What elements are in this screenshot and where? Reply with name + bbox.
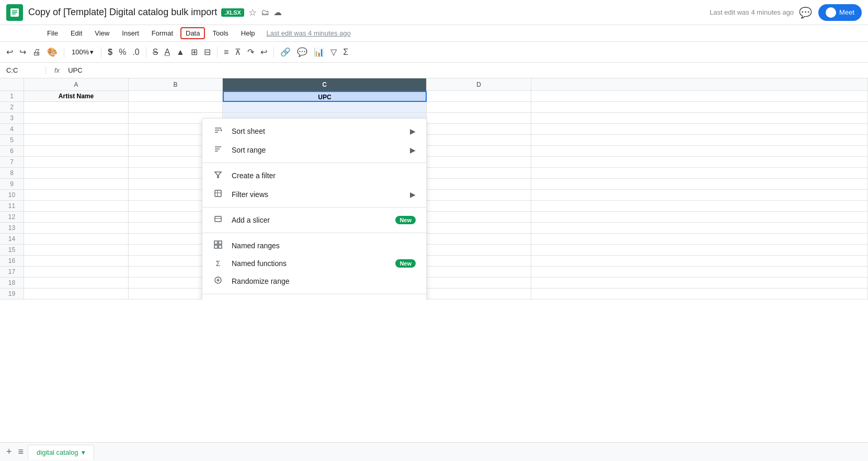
menu-item-filter-views[interactable]: Filter views ▶	[202, 185, 426, 204]
active-sheet-tab[interactable]: digital catalog ▾	[28, 445, 94, 459]
cell-a4[interactable]	[24, 124, 129, 135]
zoom-button[interactable]: 100% ▾	[68, 47, 97, 57]
menu-file[interactable]: File	[42, 27, 63, 39]
menu-item-create-filter[interactable]: Create a filter	[202, 166, 426, 185]
undo-icon[interactable]: ↩	[4, 45, 15, 59]
cell-a16[interactable]	[24, 256, 129, 267]
cloud-icon[interactable]: ☁	[273, 7, 282, 17]
function-icon[interactable]: Σ	[341, 45, 350, 59]
print-icon[interactable]: 🖨	[30, 45, 43, 59]
chart-icon[interactable]: 📊	[312, 45, 326, 59]
cell-a9[interactable]	[24, 179, 129, 190]
h-align-icon[interactable]: ≡	[222, 45, 231, 59]
cell-c1[interactable]: UPC	[223, 91, 427, 102]
cell-a3[interactable]	[24, 113, 129, 124]
cell-a6[interactable]	[24, 146, 129, 157]
menu-edit[interactable]: Edit	[65, 27, 87, 39]
cell-d1[interactable]	[427, 91, 531, 102]
cell-d17[interactable]	[427, 267, 531, 278]
text-color-icon[interactable]: A	[162, 45, 172, 59]
percent-icon[interactable]: %	[117, 45, 128, 59]
menu-item-named-ranges[interactable]: Named ranges	[202, 236, 426, 255]
decimal-icon[interactable]: .0	[130, 45, 141, 59]
toolbar-sep-5	[273, 47, 274, 57]
table-row: 16	[0, 256, 868, 267]
menu-item-sort-sheet[interactable]: Sort sheet ▶	[202, 122, 426, 141]
cell-a8[interactable]	[24, 168, 129, 179]
cell-d3[interactable]	[427, 113, 531, 124]
cell-a17[interactable]	[24, 267, 129, 278]
cell-a7[interactable]	[24, 157, 129, 168]
cell-d4[interactable]	[427, 124, 531, 135]
cell-a1[interactable]: Artist Name	[24, 91, 129, 102]
cell-d12[interactable]	[427, 212, 531, 223]
menu-data[interactable]: Data	[180, 27, 205, 39]
table-row: 1 Artist Name UPC	[0, 91, 868, 102]
cell-reference-input[interactable]	[4, 66, 46, 74]
menu-format[interactable]: Format	[146, 27, 178, 39]
cell-a10[interactable]	[24, 190, 129, 201]
menu-item-randomize-range[interactable]: Randomize range	[202, 272, 426, 291]
merge-icon[interactable]: ⊟	[202, 45, 213, 59]
cell-d2[interactable]	[427, 102, 531, 113]
cell-a13[interactable]	[24, 223, 129, 234]
table-row: 14	[0, 234, 868, 245]
cell-a19[interactable]	[24, 289, 129, 299]
cell-b1[interactable]	[129, 91, 223, 102]
cell-d6[interactable]	[427, 146, 531, 157]
insert-comment-icon[interactable]: 💬	[295, 45, 310, 59]
add-sheet-button[interactable]: +	[4, 444, 14, 459]
svg-rect-1	[12, 10, 17, 11]
cell-a5[interactable]	[24, 135, 129, 146]
borders-icon[interactable]: ⊞	[189, 45, 200, 59]
wrap-icon[interactable]: ↩	[258, 45, 269, 59]
cell-d7[interactable]	[427, 157, 531, 168]
cell-a12[interactable]	[24, 212, 129, 223]
menu-view[interactable]: View	[89, 27, 115, 39]
cell-d13[interactable]	[427, 223, 531, 234]
meet-button[interactable]: ▶ Meet	[818, 4, 862, 21]
strikethrough-icon[interactable]: S	[151, 45, 161, 59]
col-header-b[interactable]: B	[129, 78, 223, 91]
cell-d10[interactable]	[427, 190, 531, 201]
col-header-c[interactable]: C	[223, 78, 427, 91]
menu-item-sort-range[interactable]: Sort range ▶	[202, 141, 426, 159]
menu-item-named-functions[interactable]: Σ Named functions New	[202, 255, 426, 272]
cell-d19[interactable]	[427, 289, 531, 299]
add-slicer-badge: New	[395, 216, 416, 224]
filter-icon[interactable]: ▽	[328, 45, 339, 59]
comment-icon[interactable]: 💬	[799, 6, 812, 19]
menu-tools[interactable]: Tools	[207, 27, 233, 39]
cell-a18[interactable]	[24, 278, 129, 289]
col-header-a[interactable]: A	[24, 78, 129, 91]
menu-item-add-slicer[interactable]: Add a slicer New	[202, 211, 426, 229]
redo-icon[interactable]: ↪	[17, 45, 28, 59]
link-icon[interactable]: 🔗	[278, 45, 293, 59]
cell-a15[interactable]	[24, 245, 129, 256]
currency-icon[interactable]: $	[106, 45, 115, 59]
folder-icon[interactable]: 🗂	[261, 8, 269, 17]
cell-d8[interactable]	[427, 168, 531, 179]
cell-d15[interactable]	[427, 245, 531, 256]
cell-a11[interactable]	[24, 201, 129, 212]
col-header-d[interactable]: D	[427, 78, 531, 91]
menu-help[interactable]: Help	[236, 27, 260, 39]
menu-item-column-stats[interactable]: Column stats	[202, 297, 426, 299]
text-rotate-icon[interactable]: ↷	[245, 45, 256, 59]
menu-insert[interactable]: Insert	[117, 27, 144, 39]
cell-d18[interactable]	[427, 278, 531, 289]
cell-d16[interactable]	[427, 256, 531, 267]
v-align-icon[interactable]: ⊼	[233, 45, 243, 59]
star-icon[interactable]: ☆	[248, 7, 257, 18]
cell-d11[interactable]	[427, 201, 531, 212]
cell-d9[interactable]	[427, 179, 531, 190]
sheets-menu-button[interactable]: ≡	[16, 444, 26, 459]
cell-a14[interactable]	[24, 234, 129, 245]
fill-color-icon[interactable]: ▲	[174, 45, 187, 59]
paint-format-icon[interactable]: 🎨	[45, 45, 60, 59]
cell-d14[interactable]	[427, 234, 531, 245]
cell-c2[interactable]	[223, 102, 427, 113]
cell-a2[interactable]	[24, 102, 129, 113]
cell-d5[interactable]	[427, 135, 531, 146]
cell-b2[interactable]	[129, 102, 223, 113]
